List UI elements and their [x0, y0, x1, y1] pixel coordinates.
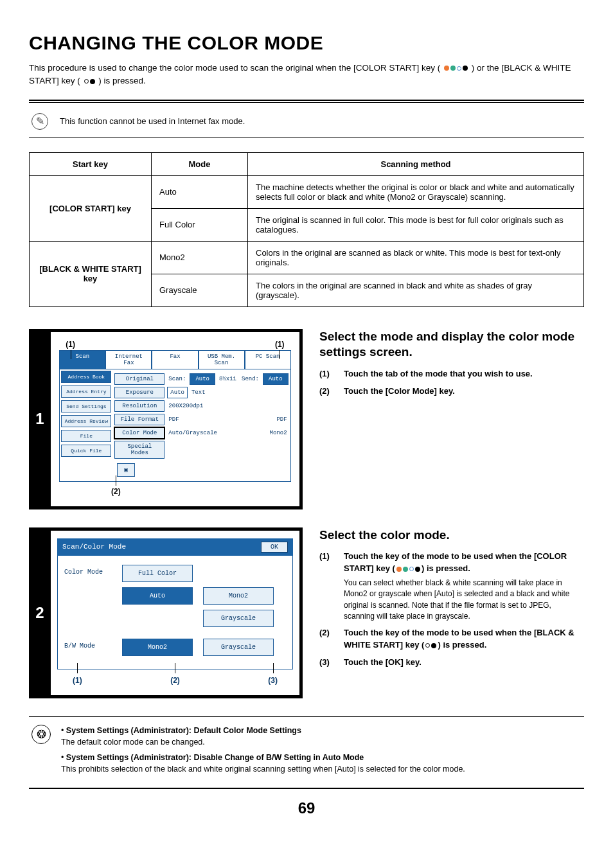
step2-item3-no: (3) [319, 657, 337, 669]
note-block: ✎ This function cannot be used in Intern… [29, 113, 584, 138]
tab-ifax[interactable]: Internet Fax [105, 350, 152, 369]
sys-1-title: System Settings (Administrator): Default… [66, 726, 301, 735]
original-scan-label: Scan: [167, 374, 187, 384]
opt-bw-grayscale[interactable]: Grayscale [203, 639, 274, 656]
step2-item3-bold: Touch the [OK] key. [344, 657, 422, 667]
bw-start-icon [425, 643, 436, 648]
intro-text-a: This procedure is used to change the col… [29, 63, 440, 73]
system-settings-block: ❂ • System Settings (Administrator): Def… [29, 716, 584, 790]
step2-item2-bold-b: ) is pressed. [438, 640, 486, 650]
callout-1b: (1) [275, 340, 285, 349]
cell-method: The original is scanned in full color. T… [248, 208, 584, 241]
side-send-settings[interactable]: Send Settings [61, 400, 111, 412]
step2-item2-no: (2) [319, 627, 337, 651]
step-number: 1 [29, 329, 51, 509]
original-send-val[interactable]: Auto [263, 373, 289, 385]
page-number: 69 [29, 799, 584, 817]
cell-mode: Mono2 [152, 241, 248, 274]
ok-button[interactable]: OK [261, 542, 288, 553]
sys-2-title: System Settings (Administrator): Disable… [66, 753, 364, 762]
colormode-val2: Mono2 [269, 428, 289, 438]
opt-mono2[interactable]: Mono2 [203, 587, 274, 605]
th-mode: Mode [152, 152, 248, 175]
step-1: 1 (1) (1) Scan Internet Fax Fax USB Mem.… [29, 329, 584, 509]
tab-usb[interactable]: USB Mem. Scan [199, 350, 245, 369]
step-2-title: Select the color mode. [319, 527, 584, 544]
exposure-button[interactable]: Exposure [114, 387, 164, 398]
resolution-button[interactable]: Resolution [114, 400, 164, 412]
opt-bw-mono2[interactable]: Mono2 [122, 639, 193, 656]
cell-method: Colors in the original are scanned as bl… [248, 241, 584, 274]
pencil-icon: ✎ [31, 113, 48, 130]
sys-1-desc: The default color mode can be changed. [61, 738, 205, 747]
tab-scan[interactable]: Scan [59, 350, 105, 369]
fileformat-val2: PDF [275, 414, 288, 425]
colormode-button[interactable]: Color Mode [114, 427, 164, 439]
intro-paragraph: This procedure is used to change the col… [29, 62, 584, 88]
dialog-title: Scan/Color Mode [62, 543, 126, 551]
note-text: This function cannot be used in Internet… [60, 116, 245, 126]
row-color-key: [COLOR START] key [30, 175, 152, 241]
fileformat-val1: PDF [167, 414, 180, 425]
original-button[interactable]: Original [114, 373, 164, 385]
colormode-val1: Auto/Grayscale [167, 428, 218, 438]
tab-fax[interactable]: Fax [152, 350, 198, 369]
fileformat-button[interactable]: File Format [114, 414, 164, 425]
side-file[interactable]: File [61, 430, 111, 442]
mode-tabs: Scan Internet Fax Fax USB Mem. Scan PC S… [59, 350, 290, 369]
cell-mode: Grayscale [152, 274, 248, 306]
sys-2-desc: This prohibits selection of the black an… [61, 765, 465, 774]
original-send-label: Send: [240, 374, 260, 384]
callout-1: (1) [73, 676, 82, 685]
th-startkey: Start key [30, 152, 152, 175]
original-auto[interactable]: Auto [190, 373, 215, 385]
th-method: Scanning method [248, 152, 584, 175]
side-quick-file[interactable]: Quick File [61, 445, 111, 457]
side-address-review[interactable]: Address Review [61, 415, 111, 427]
row-bw-key: [BLACK & WHITE START] key [30, 241, 152, 306]
cell-mode: Auto [152, 175, 248, 208]
color-start-icon [396, 567, 420, 572]
tab-pcscan[interactable]: PC Scan [245, 350, 291, 369]
callout-1a: (1) [66, 340, 75, 349]
preview-button[interactable]: ▣ [117, 463, 134, 477]
callout-2: (2) [170, 676, 180, 685]
step-2: 2 Scan/Color Mode OK Color Mode Full Col… [29, 527, 584, 698]
side-address-entry[interactable]: Address Entry [61, 385, 111, 398]
cell-method: The colors in the original are scanned i… [248, 274, 584, 306]
step1-item2-txt: Touch the [Color Mode] key. [344, 386, 455, 396]
intro-text-c: ) is pressed. [98, 76, 146, 85]
original-size: 8½x11 [218, 374, 238, 384]
cell-method: The machine detects whether the original… [248, 175, 584, 208]
step2-item1-bold-b: ) is pressed. [422, 563, 470, 573]
cell-mode: Full Color [152, 208, 248, 241]
exposure-val: Auto [167, 387, 188, 398]
specialmodes-button[interactable]: Special Modes [114, 441, 164, 459]
side-address-book[interactable]: Address Book [61, 371, 111, 383]
color-start-icon [444, 66, 468, 71]
step1-item1-no: (1) [319, 368, 337, 380]
exposure-type: Text [190, 387, 207, 398]
step1-item1-txt: Touch the tab of the mode that you wish … [344, 369, 533, 378]
callout-2: (2) [111, 487, 121, 496]
gear-icon: ❂ [31, 725, 51, 744]
step2-item1-sub: You can select whether black & white sca… [344, 578, 584, 623]
callout-3: (3) [268, 676, 278, 685]
step2-item1-no: (1) [319, 551, 337, 622]
divider [29, 100, 584, 103]
step-2-screenshot: Scan/Color Mode OK Color Mode Full Color… [51, 527, 303, 698]
bw-mode-label: B/W Mode [64, 639, 116, 650]
resolution-val: 200X200dpi [167, 401, 204, 411]
modes-table: Start key Mode Scanning method [COLOR ST… [29, 152, 584, 307]
opt-auto[interactable]: Auto [122, 587, 193, 605]
step1-item2-no: (2) [319, 385, 337, 398]
bw-start-icon [84, 79, 95, 84]
opt-grayscale[interactable]: Grayscale [203, 610, 274, 627]
color-mode-label: Color Mode [64, 565, 116, 576]
opt-full-color[interactable]: Full Color [122, 565, 193, 582]
step-1-title: Select the mode and display the color mo… [319, 329, 584, 360]
page-title: CHANGING THE COLOR MODE [29, 32, 584, 54]
step-number: 2 [29, 527, 51, 698]
step-1-screenshot: (1) (1) Scan Internet Fax Fax USB Mem. S… [51, 329, 303, 509]
